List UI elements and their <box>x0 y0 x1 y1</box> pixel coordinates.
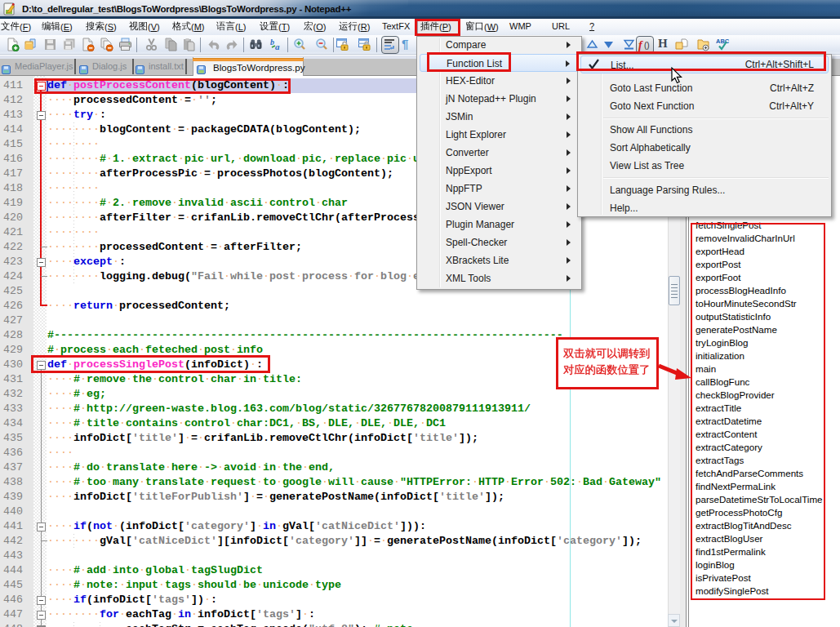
svg-text:a: a <box>275 42 280 51</box>
svg-text:ABC: ABC <box>716 38 730 45</box>
svg-text:(): () <box>644 41 650 50</box>
svg-text:b: b <box>270 38 274 47</box>
svg-text:f: f <box>638 39 643 51</box>
